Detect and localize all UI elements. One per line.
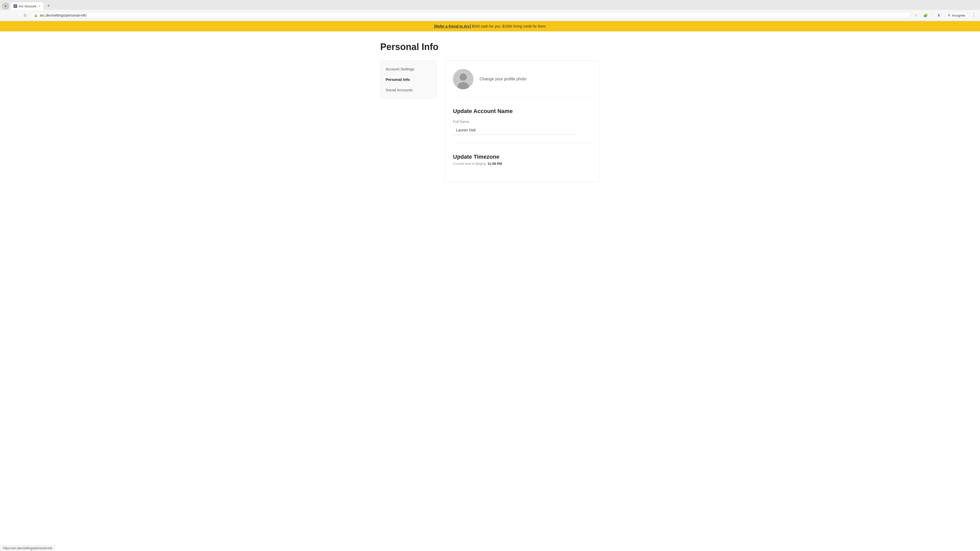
new-tab-button[interactable]: + bbox=[45, 3, 52, 10]
page-title: Personal Info bbox=[375, 41, 605, 52]
back-button[interactable]: ← bbox=[3, 12, 10, 19]
sidebar-item-account-settings[interactable]: Account Settings bbox=[380, 64, 436, 74]
content-layout: Account Settings Personal Info Social Ac… bbox=[375, 60, 605, 182]
update-timezone-section: Update Timezone Current time in Beijing:… bbox=[453, 154, 591, 174]
incognito-icon bbox=[947, 14, 951, 17]
avatar[interactable] bbox=[453, 69, 473, 89]
nav-actions: ☆ 🧩 ⬇ Incognito ⋮ bbox=[913, 11, 977, 19]
tab-switcher[interactable]: ▾ bbox=[2, 3, 9, 10]
referral-link[interactable]: [Refer a friend to Arc] bbox=[434, 24, 471, 28]
profile-photo-section: Change your profile photo bbox=[453, 69, 591, 98]
avatar-icon bbox=[453, 69, 473, 89]
tab-close-button[interactable]: × bbox=[38, 4, 41, 8]
referral-banner: [Refer a friend to Arc] $500 cash for yo… bbox=[0, 21, 980, 32]
nav-divider bbox=[932, 13, 932, 18]
browser-tab-active[interactable]: Arc Account × bbox=[10, 2, 44, 10]
download-button[interactable]: ⬇ bbox=[935, 12, 942, 19]
nav-bar: ← → ↻ 🔒 arc.dev/settings/personal-info ☆… bbox=[0, 10, 980, 21]
svg-point-0 bbox=[948, 14, 950, 15]
timezone-note: Current time in Beijing: 11:08 PM bbox=[453, 162, 591, 165]
sidebar-item-personal-info[interactable]: Personal Info bbox=[380, 74, 436, 85]
extensions-button[interactable]: 🧩 bbox=[922, 12, 929, 19]
content-area: Change your profile photo Update Account… bbox=[445, 60, 600, 182]
incognito-label: Incognito bbox=[952, 14, 966, 17]
sidebar-item-social-accounts[interactable]: Social Accounts bbox=[380, 85, 436, 95]
banner-text: $500 cash for you, $1000 hiring credit f… bbox=[471, 24, 546, 28]
more-options-button[interactable]: ⋮ bbox=[970, 11, 977, 19]
update-name-title: Update Account Name bbox=[453, 108, 591, 114]
svg-point-2 bbox=[460, 73, 467, 81]
full-name-input[interactable] bbox=[453, 125, 576, 135]
tab-title: Arc Account bbox=[19, 4, 36, 8]
update-timezone-title: Update Timezone bbox=[453, 154, 591, 160]
forward-button[interactable]: → bbox=[12, 12, 19, 19]
change-photo-button[interactable]: Change your profile photo bbox=[479, 77, 527, 81]
main-content: Personal Info Account Settings Personal … bbox=[375, 32, 605, 192]
browser-chrome: ▾ Arc Account × + ← → ↻ 🔒 arc.dev/settin… bbox=[0, 0, 980, 21]
address-text: arc.dev/settings/personal-info bbox=[40, 13, 907, 17]
address-bar[interactable]: 🔒 arc.dev/settings/personal-info bbox=[30, 12, 911, 19]
full-name-label: Full Name bbox=[453, 120, 591, 124]
tab-bar: ▾ Arc Account × + bbox=[0, 0, 980, 10]
address-lock-icon: 🔒 bbox=[34, 14, 38, 17]
reload-button[interactable]: ↻ bbox=[21, 12, 29, 19]
incognito-button[interactable]: Incognito bbox=[945, 12, 968, 19]
update-name-section: Update Account Name Full Name bbox=[453, 108, 591, 143]
timezone-time: 11:08 PM bbox=[487, 162, 502, 165]
tab-favicon-icon bbox=[14, 4, 17, 8]
bookmark-button[interactable]: ☆ bbox=[913, 12, 920, 19]
sidebar-nav: Account Settings Personal Info Social Ac… bbox=[380, 60, 436, 98]
